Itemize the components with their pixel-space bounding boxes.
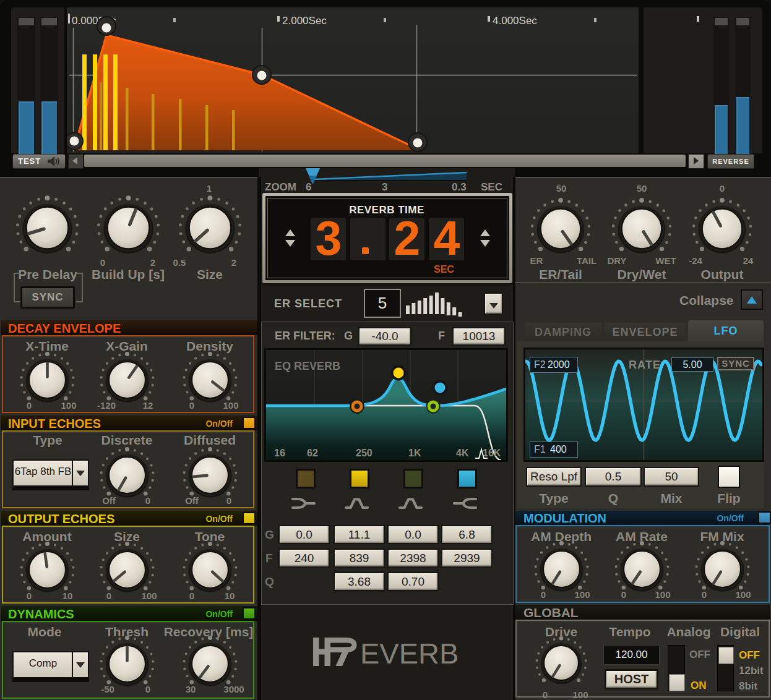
svg-text:2.000Sec: 2.000Sec	[282, 15, 327, 27]
svg-text:16: 16	[274, 448, 285, 458]
svg-text:250: 250	[356, 448, 373, 458]
svg-text:EQ REVERB: EQ REVERB	[275, 360, 340, 372]
svg-text:4.000Sec: 4.000Sec	[493, 15, 537, 27]
svg-text:16K: 16K	[483, 448, 501, 458]
svg-text:62: 62	[307, 448, 318, 458]
svg-text:4K: 4K	[456, 448, 469, 458]
svg-text:1K: 1K	[408, 448, 421, 458]
